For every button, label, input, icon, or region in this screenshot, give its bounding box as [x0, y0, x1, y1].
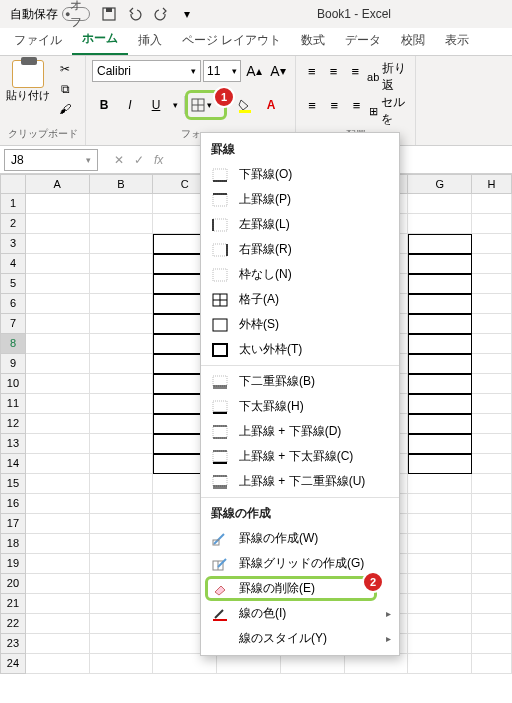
cell[interactable]: [26, 374, 90, 394]
align-middle-icon[interactable]: ≡: [324, 60, 344, 82]
cell[interactable]: [408, 314, 472, 334]
cell[interactable]: [90, 334, 154, 354]
cell[interactable]: [408, 354, 472, 374]
cell[interactable]: [472, 394, 512, 414]
cell[interactable]: [408, 254, 472, 274]
cell[interactable]: [26, 454, 90, 474]
increase-font-icon[interactable]: A▴: [243, 60, 265, 82]
col-header[interactable]: H: [472, 174, 512, 194]
cell[interactable]: [472, 194, 512, 214]
cell[interactable]: [90, 374, 154, 394]
menu-left-border[interactable]: 左罫線(L): [201, 212, 399, 237]
cell[interactable]: [26, 614, 90, 634]
row-header[interactable]: 15: [0, 474, 26, 494]
cell[interactable]: [408, 514, 472, 534]
fx-icon[interactable]: fx: [154, 153, 163, 167]
cell[interactable]: [26, 594, 90, 614]
row-header[interactable]: 10: [0, 374, 26, 394]
row-header[interactable]: 18: [0, 534, 26, 554]
save-icon[interactable]: [96, 2, 122, 26]
align-left-icon[interactable]: ≡: [302, 94, 322, 116]
cell[interactable]: [26, 354, 90, 374]
cell[interactable]: [472, 354, 512, 374]
cell[interactable]: [472, 474, 512, 494]
cell[interactable]: [90, 594, 154, 614]
cell[interactable]: [90, 354, 154, 374]
merge-cells-button[interactable]: ⊞ セルを: [369, 94, 409, 128]
col-header[interactable]: A: [26, 174, 90, 194]
cell[interactable]: [26, 254, 90, 274]
menu-no-border[interactable]: 枠なし(N): [201, 262, 399, 287]
cell[interactable]: [472, 454, 512, 474]
row-header[interactable]: 23: [0, 634, 26, 654]
cell[interactable]: [408, 294, 472, 314]
row-header[interactable]: 9: [0, 354, 26, 374]
align-right-icon[interactable]: ≡: [346, 94, 366, 116]
cancel-formula-icon[interactable]: ✕: [114, 153, 124, 167]
cell[interactable]: [408, 414, 472, 434]
tab-review[interactable]: 校閲: [391, 26, 435, 55]
menu-line-style[interactable]: 線のスタイル(Y)▸: [201, 626, 399, 651]
cell[interactable]: [90, 474, 154, 494]
cell[interactable]: [472, 314, 512, 334]
cell[interactable]: [26, 194, 90, 214]
cell[interactable]: [26, 294, 90, 314]
menu-erase-border[interactable]: 2 罫線の削除(E): [201, 576, 399, 601]
cell[interactable]: [408, 194, 472, 214]
cell[interactable]: [472, 414, 512, 434]
cell[interactable]: [26, 534, 90, 554]
row-header[interactable]: 14: [0, 454, 26, 474]
cell[interactable]: [472, 294, 512, 314]
cut-icon[interactable]: ✂: [54, 60, 76, 78]
cell[interactable]: [90, 434, 154, 454]
tab-view[interactable]: 表示: [435, 26, 479, 55]
row-header[interactable]: 17: [0, 514, 26, 534]
italic-button[interactable]: I: [118, 94, 142, 116]
cell[interactable]: [408, 474, 472, 494]
col-header[interactable]: B: [90, 174, 154, 194]
align-top-icon[interactable]: ≡: [302, 60, 322, 82]
cell[interactable]: [472, 514, 512, 534]
cell[interactable]: [90, 194, 154, 214]
cell[interactable]: [153, 654, 217, 674]
row-header[interactable]: 21: [0, 594, 26, 614]
menu-bottom-double[interactable]: 下二重罫線(B): [201, 369, 399, 394]
cell[interactable]: [408, 574, 472, 594]
cell[interactable]: [90, 574, 154, 594]
cell[interactable]: [90, 534, 154, 554]
row-header[interactable]: 4: [0, 254, 26, 274]
cell[interactable]: [408, 634, 472, 654]
copy-icon[interactable]: ⧉: [54, 80, 76, 98]
row-header[interactable]: 6: [0, 294, 26, 314]
cell[interactable]: [90, 514, 154, 534]
cell[interactable]: [472, 614, 512, 634]
row-header[interactable]: 5: [0, 274, 26, 294]
row-header[interactable]: 8: [0, 334, 26, 354]
cell[interactable]: [472, 574, 512, 594]
cell[interactable]: [472, 374, 512, 394]
cell[interactable]: [408, 614, 472, 634]
row-header[interactable]: 1: [0, 194, 26, 214]
cell[interactable]: [90, 494, 154, 514]
cell[interactable]: [26, 494, 90, 514]
name-box[interactable]: J8▾: [4, 149, 98, 171]
menu-draw-border[interactable]: 罫線の作成(W): [201, 526, 399, 551]
row-header[interactable]: 7: [0, 314, 26, 334]
fill-color-button[interactable]: [233, 94, 257, 116]
cell[interactable]: [472, 274, 512, 294]
align-bottom-icon[interactable]: ≡: [345, 60, 365, 82]
customize-qat-icon[interactable]: ▾: [174, 2, 200, 26]
cell[interactable]: [408, 594, 472, 614]
cell[interactable]: [26, 334, 90, 354]
row-header[interactable]: 24: [0, 654, 26, 674]
paste-button[interactable]: 貼り付け: [6, 60, 50, 118]
menu-top-border[interactable]: 上罫線(P): [201, 187, 399, 212]
cell[interactable]: [472, 214, 512, 234]
cell[interactable]: [408, 494, 472, 514]
cell[interactable]: [472, 494, 512, 514]
bold-button[interactable]: B: [92, 94, 116, 116]
cell[interactable]: [26, 394, 90, 414]
cell[interactable]: [217, 654, 281, 674]
cell[interactable]: [26, 654, 90, 674]
cell[interactable]: [90, 614, 154, 634]
